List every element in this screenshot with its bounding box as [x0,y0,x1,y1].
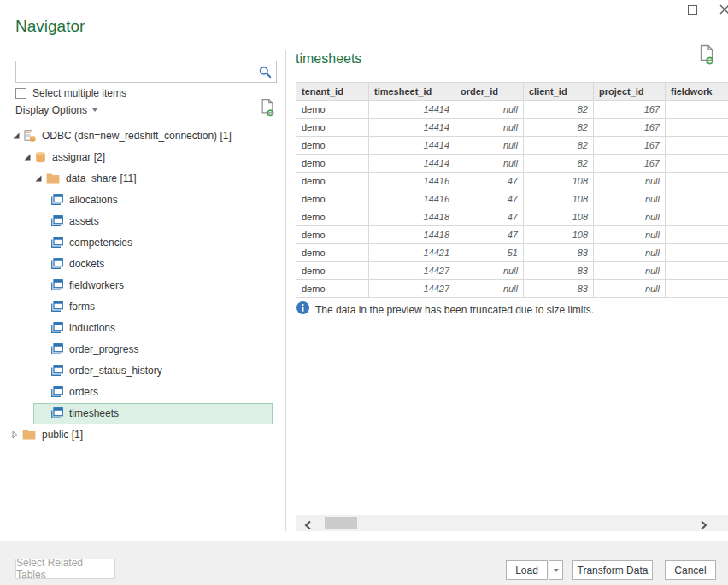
truncation-notice: The data in the preview has been truncat… [296,301,594,318]
search-icon[interactable] [259,66,272,82]
select-multiple-row: Select multiple items [15,87,126,99]
column-header[interactable]: project_id [594,83,666,101]
navigator-dialog: Navigator Select multiple items Display … [0,0,728,585]
table-cell: null [594,262,666,280]
table-row: demo 14427 null 83 null [296,262,728,280]
table-cell: null [594,244,666,262]
maximize-icon[interactable] [688,5,697,15]
table-cell: null [594,173,666,190]
select-multiple-checkbox[interactable] [15,88,26,99]
refresh-preview-icon[interactable] [260,98,275,120]
preview-table: tenant_id timesheet_id order_id client_i… [296,82,728,298]
table-cell: 108 [524,208,594,226]
tree-item-label: inductions [69,322,115,334]
cancel-button[interactable]: Cancel [665,560,716,580]
tree-item-public[interactable]: public [1] [0,424,284,445]
scroll-left-icon[interactable] [304,518,312,534]
tree-item-label: ODBC (dsn=new_redshift_connection) [1] [42,130,232,142]
table-cell [666,101,728,119]
tree-item-label: competencies [69,237,132,249]
tree-item-timesheets[interactable]: timesheets [0,402,284,424]
navigation-tree: ODBC (dsn=new_redshift_connection) [1] a… [0,125,284,445]
transform-data-button[interactable]: Transform Data [572,560,653,580]
pane-divider [285,50,286,531]
database-icon [35,151,46,163]
table-cell: 14427 [369,280,455,298]
tree-item-label: allocations [69,194,118,206]
page-title: Navigator [15,17,85,36]
table-cell: demo [296,262,369,280]
tree-item-order-progress[interactable]: order_progress [0,338,284,360]
column-header[interactable]: order_id [455,83,524,101]
tree-item-allocations[interactable]: allocations [0,189,284,210]
folder-icon [22,429,36,440]
table-icon [51,407,63,418]
tree-item-label: timesheets [69,407,119,419]
scroll-right-icon[interactable] [700,518,707,534]
tree-item-label: fieldworkers [69,279,124,291]
table-cell: 167 [594,137,666,155]
truncation-notice-text: The data in the preview has been truncat… [315,304,594,316]
tree-item-label: forms [69,301,95,313]
cancel-label: Cancel [674,565,706,576]
expanded-arrow-icon[interactable] [34,174,43,183]
refresh-preview-icon[interactable] [698,44,715,68]
table-cell: 82 [524,137,594,155]
tree-item-competencies[interactable]: competencies [0,231,284,253]
scrollbar-thumb[interactable] [325,517,357,529]
table-cell: demo [296,244,369,262]
tree-item-data-share[interactable]: data_share [11] [0,167,284,189]
horizontal-scrollbar[interactable] [296,515,728,531]
table-icon [51,279,63,290]
column-header[interactable]: fieldwork [666,83,728,101]
table-cell: 14414 [369,155,455,173]
tree-item-dockets[interactable]: dockets [0,253,284,274]
table-cell: 83 [524,244,594,262]
table-cell: demo [296,155,369,173]
table-cell: 14418 [369,226,455,244]
tree-item-label: order_progress [69,343,138,355]
table-row: demo 14427 null 83 null [296,280,728,298]
tree-item-fieldworkers[interactable]: fieldworkers [0,274,284,295]
search-input[interactable] [16,61,254,82]
column-header[interactable]: tenant_id [296,83,369,101]
tree-item-assignar[interactable]: assignar [2] [0,146,284,167]
tree-item-label: public [1] [42,429,83,441]
table-cell [666,155,728,173]
tree-item-odbc-source[interactable]: ODBC (dsn=new_redshift_connection) [1] [0,125,284,146]
chevron-down-icon [554,569,559,572]
table-cell: demo [296,280,369,298]
table-cell: demo [296,208,369,226]
close-icon[interactable] [719,3,728,19]
tree-item-forms[interactable]: forms [0,295,284,317]
info-icon [296,301,309,318]
load-dropdown-button[interactable] [549,560,563,580]
table-cell [666,280,728,298]
preview-title: timesheets [296,51,361,67]
display-options-dropdown[interactable]: Display Options [15,104,97,116]
tree-item-label: assignar [2] [52,151,105,163]
table-icon [51,237,63,248]
table-cell: 14414 [369,101,455,119]
column-header[interactable]: timesheet_id [369,83,455,101]
expanded-arrow-icon[interactable] [12,132,21,140]
tree-item-orders[interactable]: orders [0,381,284,402]
table-cell [666,119,728,137]
table-cell: null [455,280,524,298]
column-header[interactable]: client_id [524,83,594,101]
table-cell [666,226,728,244]
load-button[interactable]: Load [506,560,548,580]
table-cell: null [594,208,666,226]
table-cell: null [455,101,524,119]
dialog-footer: Select Related Tables Load Transform Dat… [0,541,728,585]
tree-item-inductions[interactable]: inductions [0,317,284,338]
table-icon [51,215,63,226]
table-cell: null [455,155,524,173]
table-cell: demo [296,137,369,155]
expanded-arrow-icon[interactable] [23,153,32,161]
table-cell: demo [296,226,369,244]
collapsed-arrow-icon[interactable] [10,430,19,439]
tree-item-assets[interactable]: assets [0,210,284,231]
select-related-tables-button[interactable]: Select Related Tables [15,559,115,579]
tree-item-order-status-history[interactable]: order_status_history [0,360,284,381]
